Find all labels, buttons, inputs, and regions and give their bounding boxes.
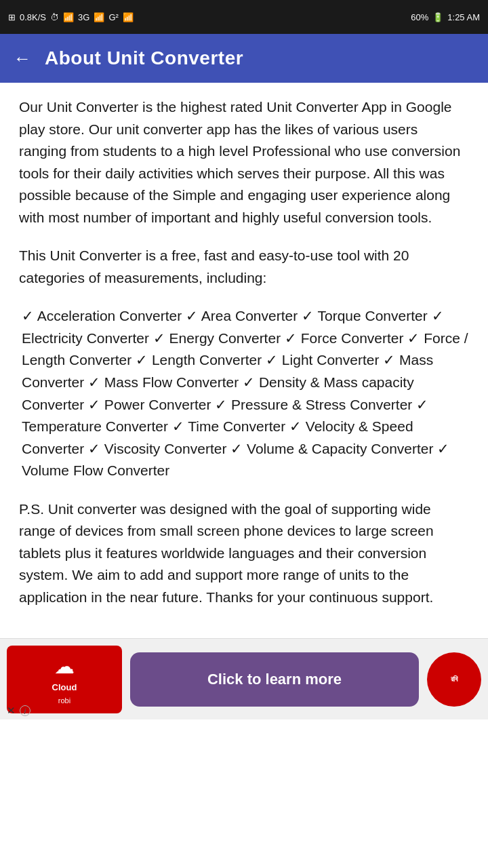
signal-icon1: 📶: [94, 12, 104, 22]
app-bar: ← About Unit Converter: [0, 34, 488, 83]
ad-banner[interactable]: ☁ Cloud robi Click to learn more রবি ✕ i: [0, 638, 488, 719]
clock-icon: ⏱: [50, 12, 59, 22]
ad-cta-text: Click to learn more: [207, 670, 342, 690]
ad-close-button[interactable]: ✕: [7, 705, 16, 717]
ad-brand-label: Cloud: [52, 682, 77, 692]
list-paragraph: ✓ Acceleration Converter ✓ Area Converte…: [19, 305, 469, 481]
ad-right-block: রবি: [427, 652, 481, 707]
signal-icon2: 📶: [123, 12, 134, 22]
ad-close-row: ✕ i: [7, 705, 30, 717]
ad-right-text: রবি: [451, 675, 458, 684]
intro-paragraph: Our Unit Converter is the highest rated …: [19, 96, 469, 229]
battery-indicator: 60%: [411, 12, 428, 22]
categories-paragraph: This Unit Converter is a free, fast and …: [19, 245, 469, 289]
screen-icon: ⊞: [8, 12, 16, 22]
status-right: 60% 🔋 1:25 AM: [411, 12, 480, 22]
ad-cta-block[interactable]: Click to learn more: [130, 652, 419, 707]
ps-paragraph: P.S. Unit converter was designed with th…: [19, 498, 469, 609]
wifi-icon: 📶: [63, 12, 74, 22]
status-left: ⊞ 0.8K/S ⏱ 📶 3G 📶 G² 📶: [8, 12, 134, 22]
speed-indicator: 0.8K/S: [20, 12, 46, 22]
main-content: Our Unit Converter is the highest rated …: [0, 83, 488, 638]
page-title: About Unit Converter: [45, 47, 243, 69]
battery-icon: 🔋: [432, 12, 443, 22]
ad-sub-brand: robi: [58, 696, 70, 705]
time-indicator: 1:25 AM: [447, 12, 480, 22]
ad-info-button[interactable]: i: [20, 705, 30, 716]
status-bar: ⊞ 0.8K/S ⏱ 📶 3G 📶 G² 📶 60% 🔋 1:25 AM: [0, 0, 488, 34]
cloud-icon: ☁: [54, 654, 75, 678]
ad-left-block: ☁ Cloud robi: [7, 646, 122, 713]
network1-indicator: 3G: [78, 12, 89, 22]
back-button[interactable]: ←: [14, 48, 31, 69]
network2-indicator: G²: [108, 12, 118, 22]
